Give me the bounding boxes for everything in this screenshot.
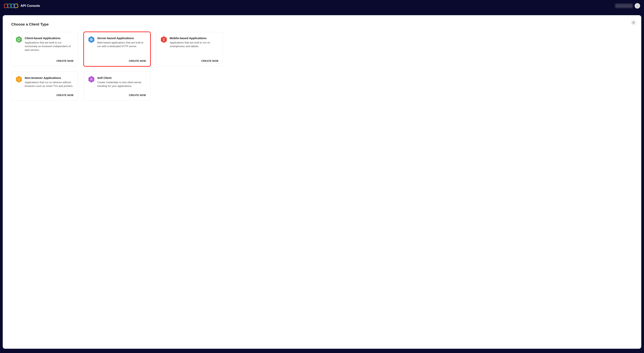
card-action: CREATE NOW: [16, 59, 74, 62]
avatar[interactable]: [635, 3, 640, 8]
card-description: Web-based applications that are built to…: [97, 41, 146, 48]
card-content: Mobile-based Applications Applications t…: [170, 36, 218, 56]
card-description: Create credentials to test client-server…: [97, 81, 146, 88]
app-title: API Console: [20, 4, 40, 8]
header-right: [615, 3, 640, 8]
card-title: Mobile-based Applications: [170, 36, 218, 40]
mobile-icon: [161, 36, 167, 43]
user-icon: [636, 4, 639, 8]
header-left: API Console: [4, 4, 40, 8]
client-type-cards: Client-based Applications Applications t…: [11, 32, 633, 100]
card-title: Server-based Applications: [97, 36, 146, 40]
card-header: Non-browser Applications Applications th…: [16, 76, 74, 90]
card-title: Client-based Applications: [25, 36, 74, 40]
create-now-button[interactable]: CREATE NOW: [129, 60, 146, 62]
card-title: Self Client: [97, 76, 146, 80]
svg-point-14: [91, 78, 92, 79]
card-mobile-based[interactable]: Mobile-based Applications Applications t…: [156, 32, 223, 66]
close-icon: [632, 22, 635, 24]
card-description: Applications that are built to run on sm…: [170, 41, 218, 48]
card-header: Self Client Create credentials to test c…: [88, 76, 146, 90]
main-panel: Choose a Client Type Client-based Applic…: [3, 15, 641, 349]
card-content: Self Client Create credentials to test c…: [97, 76, 146, 90]
svg-rect-10: [18, 78, 20, 80]
user-name-redacted: [615, 4, 633, 8]
create-now-button[interactable]: CREATE NOW: [202, 60, 218, 62]
card-action: CREATE NOW: [88, 93, 146, 97]
zoho-logo[interactable]: [4, 4, 18, 8]
card-self-client[interactable]: Self Client Create credentials to test c…: [84, 72, 150, 100]
card-action: CREATE NOW: [16, 93, 74, 97]
card-server-based[interactable]: Server-based Applications Web-based appl…: [84, 32, 150, 66]
create-now-button[interactable]: CREATE NOW: [56, 60, 74, 62]
logo-part-red: [4, 4, 8, 8]
page-title: Choose a Client Type: [11, 22, 633, 26]
card-header: Server-based Applications Web-based appl…: [88, 36, 146, 56]
create-now-button[interactable]: CREATE NOW: [56, 94, 74, 97]
puzzle-icon: [16, 36, 22, 43]
card-content: Server-based Applications Web-based appl…: [97, 36, 146, 56]
card-header: Client-based Applications Applications t…: [16, 36, 74, 56]
monitor-icon: [16, 76, 22, 82]
card-description: Applications that run on devices without…: [25, 81, 74, 88]
person-icon: [88, 76, 94, 82]
card-client-based[interactable]: Client-based Applications Applications t…: [11, 32, 78, 66]
card-header: Mobile-based Applications Applications t…: [161, 36, 218, 56]
close-button[interactable]: [631, 20, 636, 25]
card-action: CREATE NOW: [88, 59, 146, 62]
globe-icon: [88, 36, 94, 43]
create-now-button[interactable]: CREATE NOW: [129, 94, 146, 97]
card-non-browser[interactable]: Non-browser Applications Applications th…: [11, 72, 78, 100]
card-action: CREATE NOW: [161, 59, 218, 62]
card-content: Non-browser Applications Applications th…: [25, 76, 74, 90]
card-description: Applications that are built to run exclu…: [25, 41, 74, 52]
card-title: Non-browser Applications: [25, 76, 74, 80]
app-header: API Console: [0, 0, 644, 12]
card-content: Client-based Applications Applications t…: [25, 36, 74, 56]
